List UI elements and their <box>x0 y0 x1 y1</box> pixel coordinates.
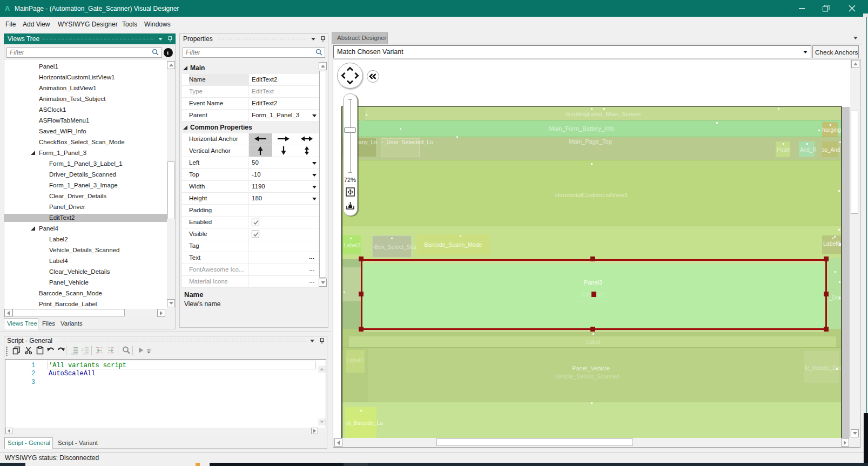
svg-text:2: 2 <box>81 347 84 352</box>
